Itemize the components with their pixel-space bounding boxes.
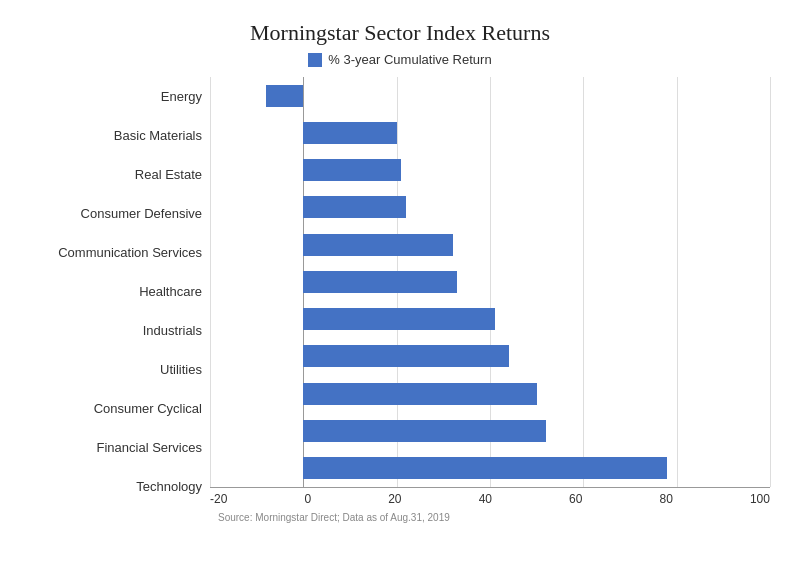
y-label: Industrials: [143, 316, 202, 346]
y-label: Communication Services: [58, 238, 202, 268]
bar: [303, 271, 457, 293]
bar: [303, 383, 536, 405]
chart-area: EnergyBasic MaterialsReal EstateConsumer…: [30, 77, 770, 506]
x-axis-label: 20: [388, 492, 401, 506]
chart-legend: % 3-year Cumulative Return: [308, 52, 491, 67]
bar-row: [210, 192, 770, 222]
bar: [266, 85, 303, 107]
y-label: Consumer Cyclical: [94, 394, 202, 424]
bar: [303, 345, 508, 367]
bar-row: [210, 416, 770, 446]
legend-label: % 3-year Cumulative Return: [328, 52, 491, 67]
y-label: Energy: [161, 82, 202, 112]
y-label: Consumer Defensive: [81, 199, 202, 229]
x-axis-label: 40: [479, 492, 492, 506]
bar: [303, 457, 667, 479]
x-axis-label: 60: [569, 492, 582, 506]
bar-row: [210, 341, 770, 371]
page-container: Morningstar Sector Index Returns % 3-yea…: [0, 0, 800, 563]
x-axis: -20020406080100: [210, 487, 770, 506]
grid-line: [770, 77, 771, 487]
y-label: Financial Services: [97, 433, 203, 463]
bar: [303, 308, 494, 330]
bar: [303, 234, 452, 256]
legend-color-box: [308, 53, 322, 67]
bar: [303, 196, 406, 218]
x-axis-label: 0: [304, 492, 311, 506]
y-label: Real Estate: [135, 160, 202, 190]
y-label: Technology: [136, 472, 202, 502]
chart-body: -20020406080100: [210, 77, 770, 506]
bar-row: [210, 230, 770, 260]
bars-container: [210, 77, 770, 487]
bar-row: [210, 379, 770, 409]
bar: [303, 122, 396, 144]
bar-row: [210, 453, 770, 483]
bar-row: [210, 118, 770, 148]
bar-row: [210, 155, 770, 185]
bar: [303, 159, 401, 181]
x-axis-label: 80: [660, 492, 673, 506]
chart-title: Morningstar Sector Index Returns: [250, 20, 550, 46]
x-axis-label: -20: [210, 492, 227, 506]
x-axis-label: 100: [750, 492, 770, 506]
bar-row: [210, 304, 770, 334]
y-label: Basic Materials: [114, 121, 202, 151]
bar-row: [210, 267, 770, 297]
source-text: Source: Morningstar Direct; Data as of A…: [218, 512, 450, 523]
y-label: Utilities: [160, 355, 202, 385]
y-axis-labels: EnergyBasic MaterialsReal EstateConsumer…: [30, 77, 210, 506]
bar-row: [210, 81, 770, 111]
y-label: Healthcare: [139, 277, 202, 307]
bar: [303, 420, 546, 442]
